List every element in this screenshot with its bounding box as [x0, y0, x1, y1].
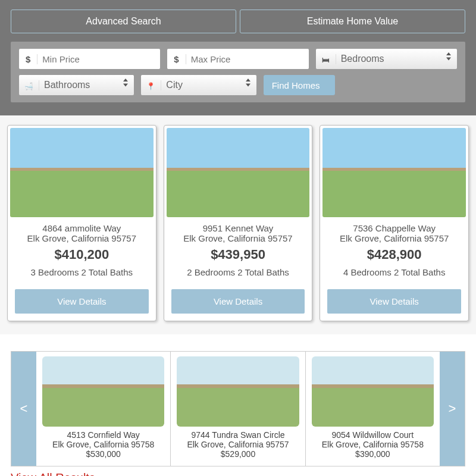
carousel-prev-button[interactable]: < — [11, 352, 36, 466]
city-label: City — [161, 80, 183, 90]
listing-address-line1: 4864 ammolite Way — [15, 223, 149, 233]
filter-box: Bedrooms Bathrooms City Find Homes — [11, 42, 465, 102]
listing-beds-baths: 2 Bedrooms 2 Total Baths — [171, 267, 305, 277]
view-details-button[interactable]: View Details — [327, 289, 461, 314]
carousel-slide[interactable]: 9054 Wildwillow Court Elk Grove, Califor… — [306, 352, 440, 466]
view-all-results-link[interactable]: View All Results — [11, 471, 465, 476]
slide-price: $390,000 — [312, 449, 434, 459]
listing-address-line1: 9951 Kennet Way — [171, 223, 305, 233]
slide-address-line1: 9054 Wildwillow Court — [312, 430, 434, 440]
search-tabs: Advanced Search Estimate Home Value — [11, 10, 465, 33]
slide-address-line1: 4513 Cornfield Way — [42, 430, 164, 440]
bath-icon — [19, 80, 39, 90]
slide-image — [42, 356, 164, 427]
listing-card: Active 9951 Kennet Way Elk Grove, Califo… — [164, 125, 313, 321]
city-select[interactable]: City — [141, 75, 256, 95]
slide-address-line2: Elk Grove, California 95758 — [312, 440, 434, 449]
carousel-next-button[interactable]: > — [440, 352, 465, 466]
tab-estimate-value[interactable]: Estimate Home Value — [240, 10, 465, 33]
dollar-icon — [167, 54, 186, 64]
listing-beds-baths: 3 Bedrooms 2 Total Baths — [15, 267, 149, 277]
bedrooms-label: Bedrooms — [336, 54, 384, 64]
view-details-button[interactable]: View Details — [171, 289, 305, 314]
slide-image — [312, 356, 434, 427]
slide-image — [177, 356, 299, 427]
tab-advanced-search[interactable]: Advanced Search — [11, 10, 236, 33]
carousel-slide[interactable]: 9744 Tundra Swan Circle Elk Grove, Calif… — [171, 352, 305, 466]
search-panel: Advanced Search Estimate Home Value Bedr… — [0, 0, 476, 115]
bed-icon — [316, 54, 336, 64]
listing-address-line2: Elk Grove, California 95757 — [15, 233, 149, 243]
min-price-field[interactable] — [19, 49, 160, 69]
slide-price: $529,000 — [177, 449, 299, 459]
view-details-button[interactable]: View Details — [15, 289, 149, 314]
max-price-input[interactable] — [186, 49, 309, 69]
listing-beds-baths: 4 Bedrooms 2 Total Baths — [327, 267, 461, 277]
carousel-slide[interactable]: 4513 Cornfield Way Elk Grove, California… — [36, 352, 171, 466]
listing-card: Active 7536 Chappelle Way Elk Grove, Cal… — [320, 125, 469, 321]
listing-cards: Active 4864 ammolite Way Elk Grove, Cali… — [0, 115, 476, 334]
bathrooms-select[interactable]: Bathrooms — [19, 75, 134, 95]
pin-icon — [141, 80, 161, 90]
slide-price: $530,000 — [42, 449, 164, 459]
slide-address-line1: 9744 Tundra Swan Circle — [177, 430, 299, 440]
listing-price: $410,200 — [15, 247, 149, 262]
listing-image[interactable] — [167, 128, 310, 217]
bathrooms-label: Bathrooms — [39, 80, 90, 90]
listing-image[interactable] — [10, 128, 154, 217]
listing-card: Active 4864 ammolite Way Elk Grove, Cali… — [7, 125, 156, 321]
min-price-input[interactable] — [37, 49, 160, 69]
listing-address-line2: Elk Grove, California 95757 — [327, 233, 461, 243]
listing-address-line2: Elk Grove, California 95757 — [171, 233, 305, 243]
bedrooms-select[interactable]: Bedrooms — [316, 49, 457, 69]
related-listings: < 4513 Cornfield Way Elk Grove, Californ… — [0, 351, 476, 476]
listing-image[interactable] — [322, 128, 466, 217]
listing-price: $428,900 — [327, 247, 461, 262]
max-price-field[interactable] — [167, 49, 308, 69]
find-homes-button[interactable]: Find Homes — [264, 75, 335, 95]
listing-address-line1: 7536 Chappelle Way — [327, 223, 461, 233]
slide-address-line2: Elk Grove, California 95757 — [177, 440, 299, 449]
listing-price: $439,950 — [171, 247, 305, 262]
dollar-icon — [19, 54, 37, 64]
slide-address-line2: Elk Grove, California 95758 — [42, 440, 164, 449]
